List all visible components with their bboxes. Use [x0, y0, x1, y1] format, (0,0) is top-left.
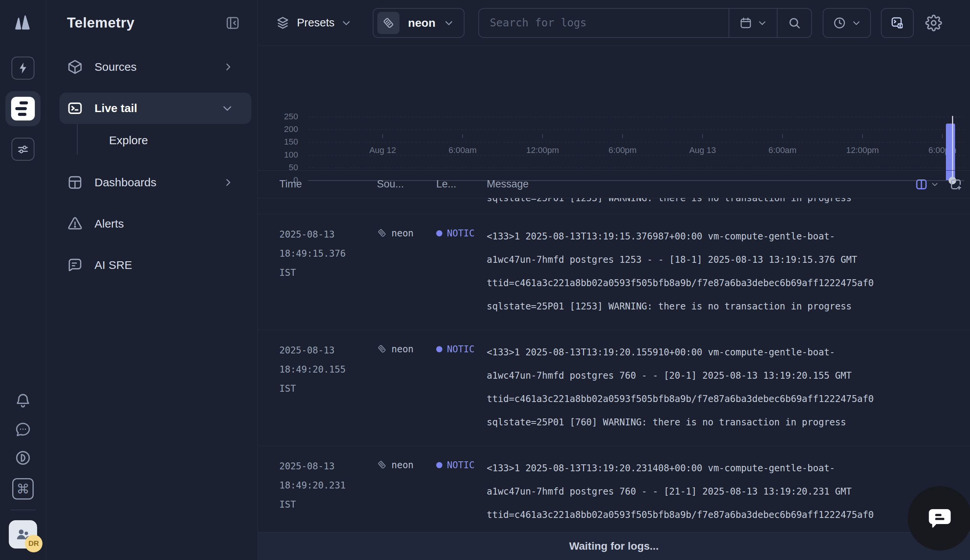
log-level: NOTIC: [436, 457, 487, 532]
terminal-code-icon: [890, 15, 905, 31]
presets-label: Presets: [297, 17, 335, 29]
sidebar-item-explore[interactable]: Explore: [46, 124, 252, 157]
feedback-button[interactable]: [15, 421, 32, 438]
command-icon: ⌘: [17, 481, 30, 497]
add-column-icon: [949, 178, 962, 191]
clock-icon: [833, 16, 847, 30]
chevron-down-icon: [931, 180, 938, 188]
user-avatar-area[interactable]: DR: [9, 520, 37, 548]
log-volume-chart: 250 200 150 100 50 0 Aug 12 6:00am 12:00…: [258, 46, 970, 170]
two-columns-icon: [915, 178, 928, 191]
column-header-time[interactable]: Time: [279, 178, 377, 190]
log-row[interactable]: 2025-08-13 18:49:20.231 IST neon NOTIC <…: [258, 446, 970, 532]
settings-button[interactable]: [925, 15, 942, 32]
log-scroll-icon: [377, 228, 387, 238]
presets-dropdown[interactable]: Presets: [275, 16, 351, 30]
notifications-button[interactable]: [15, 392, 32, 409]
log-time: 2025-08-13 18:49:15.376 IST: [279, 225, 377, 318]
x-tick: 12:00pm: [526, 145, 559, 155]
level-dot: [436, 462, 442, 468]
dashboard-grid-icon: [67, 175, 85, 190]
log-source: neon: [377, 225, 436, 318]
chevron-right-icon: [223, 177, 233, 187]
search-input[interactable]: [479, 9, 728, 37]
main-area: Presets neon: [258, 0, 970, 560]
log-message: <133>1 2025-08-13T13:19:20.231408+00:00 …: [487, 457, 970, 532]
x-tick: Aug 13: [689, 145, 716, 155]
cube-icon: [67, 59, 85, 75]
search-group: [478, 8, 812, 38]
time-range-dropdown[interactable]: [823, 8, 871, 38]
sidebar-item-label: AI SRE: [95, 258, 132, 272]
y-tick: 150: [258, 137, 298, 147]
log-row[interactable]: 2025-08-13 18:49:15.376 IST neon NOTIC <…: [258, 214, 970, 330]
chevron-down-icon: [852, 18, 861, 28]
log-scroll-icon: [377, 460, 387, 470]
bell-icon: [15, 392, 32, 409]
sidebar-item-label: Sources: [95, 60, 137, 73]
column-header-level[interactable]: Le...: [436, 178, 487, 190]
x-tick: 6:00am: [768, 145, 796, 155]
chevron-down-icon: [444, 18, 454, 28]
sliders-icon: [17, 143, 30, 156]
column-header-message[interactable]: Message: [487, 178, 970, 190]
collapse-sidebar-button[interactable]: [225, 15, 241, 31]
gridline: [308, 117, 964, 117]
calendar-icon: [739, 17, 752, 30]
column-layout-dropdown[interactable]: [915, 178, 938, 191]
layers-icon: [275, 16, 290, 30]
toolbar: Presets neon: [258, 0, 970, 46]
clipped-log-row[interactable]: sqlstate=25P01 [1253] WARNING: there is …: [258, 198, 970, 214]
x-tick: 12:00pm: [846, 145, 879, 155]
waiting-status: Waiting for logs...: [569, 540, 659, 552]
log-scroll-icon: [377, 344, 387, 354]
chevron-right-icon: [223, 62, 233, 72]
log-source: neon: [377, 457, 436, 532]
gear-icon: [925, 15, 942, 32]
api-terminal-button[interactable]: [881, 8, 914, 38]
logs-icon: [11, 97, 35, 120]
date-range-button[interactable]: [729, 9, 777, 37]
y-tick: 250: [258, 112, 298, 122]
x-tick: Aug 12: [369, 145, 396, 155]
level-dot: [436, 346, 442, 352]
sidebar-item-sources[interactable]: Sources: [46, 51, 252, 83]
add-column-button[interactable]: [949, 178, 962, 191]
x-tick: 6:00am: [448, 145, 477, 155]
y-tick: 200: [258, 124, 298, 134]
sidebar-item-ai-sre[interactable]: AI SRE: [46, 249, 252, 281]
selected-source: neon: [408, 17, 435, 30]
log-stream-footer: Waiting for logs...: [258, 532, 970, 560]
sidebar-item-live-tail[interactable]: Live tail: [59, 93, 252, 124]
log-scroll-icon: [377, 12, 400, 34]
icon-rail: ⌘ DR: [0, 0, 46, 560]
theme-toggle-button[interactable]: [14, 449, 32, 467]
contrast-icon: [14, 449, 32, 467]
level-dot: [436, 230, 442, 237]
log-table-header: Time Sou... Le... Message: [258, 170, 970, 198]
sidebar-item-alerts[interactable]: Alerts: [46, 208, 252, 240]
search-icon: [787, 16, 801, 30]
sidebar-item-label: Dashboards: [95, 176, 157, 189]
log-row[interactable]: 2025-08-13 18:49:20.155 IST neon NOTIC <…: [258, 330, 970, 446]
y-tick: 100: [258, 150, 298, 160]
gridline: [308, 142, 964, 143]
command-menu-button[interactable]: ⌘: [12, 478, 34, 500]
logs-rail-button-active[interactable]: [5, 91, 40, 126]
run-search-button[interactable]: [778, 9, 811, 37]
lightning-icon: [17, 62, 30, 75]
chat-bubble-icon: [926, 505, 953, 532]
quickstart-rail-button[interactable]: [12, 57, 35, 80]
support-chat-fab[interactable]: [908, 486, 970, 550]
sidebar-item-label: Alerts: [95, 217, 124, 230]
log-rows: sqlstate=25P01 [1253] WARNING: there is …: [258, 198, 970, 532]
log-level: NOTIC: [436, 225, 487, 318]
column-header-source[interactable]: Sou...: [377, 178, 436, 190]
settings-sliders-rail-button[interactable]: [12, 138, 35, 161]
sidebar-item-dashboards[interactable]: Dashboards: [46, 167, 252, 198]
chat-square-icon: [67, 257, 85, 273]
terminal-icon: [67, 100, 85, 116]
source-select-dropdown[interactable]: neon: [373, 8, 465, 38]
chevron-down-icon: [758, 18, 767, 28]
sidebar-item-label: Explore: [109, 134, 148, 147]
